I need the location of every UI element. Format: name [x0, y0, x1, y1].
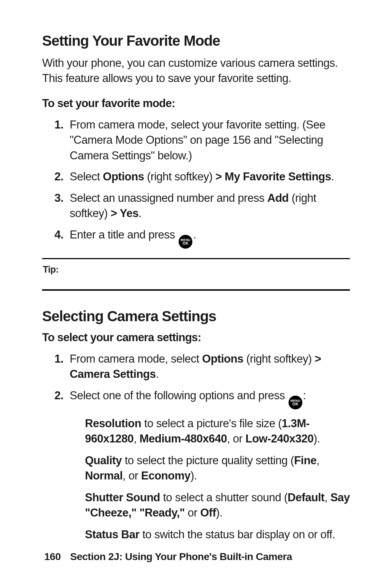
bold-quality: Quality [85, 454, 122, 467]
footer-label: Section 2J: Using Your Phone's Built-in … [70, 551, 292, 562]
steps-favorite-mode: From camera mode, select your favorite s… [42, 117, 350, 249]
text: to select the picture quality setting ( [122, 454, 294, 467]
text: Select [70, 170, 103, 183]
divider [42, 289, 350, 291]
icon-bot: OK [292, 402, 298, 406]
text: , [134, 432, 139, 445]
text: : [303, 389, 306, 402]
text: . [331, 170, 334, 183]
text: , or [123, 469, 141, 482]
text: ). [314, 432, 320, 445]
text: , [324, 491, 330, 504]
text: to select a shutter sound ( [160, 491, 287, 504]
step-2: Select Options (right softkey) > My Favo… [70, 169, 350, 184]
divider [42, 258, 350, 259]
page-number: 160 [44, 551, 68, 563]
menu-ok-icon: MENUOK [289, 396, 302, 409]
text: (right softkey) [243, 352, 315, 365]
bold-statusbar: Status Bar [85, 528, 139, 541]
option-list: Resolution to select a picture's file si… [70, 416, 350, 542]
menu-ok-icon: MENUOK [179, 235, 192, 249]
text: , [317, 454, 319, 467]
bold-value: ," " [128, 506, 145, 519]
manual-page: Setting Your Favorite Mode With your pho… [0, 0, 392, 588]
tip-label: Tip: [43, 264, 350, 275]
heading-favorite-mode: Setting Your Favorite Mode [42, 33, 350, 49]
bold-value: ," [177, 506, 185, 519]
text: . [156, 368, 159, 380]
bold-value: Normal [85, 469, 123, 482]
text: or [185, 506, 200, 519]
bold-value: Default [287, 491, 324, 504]
bold-path: > My Favorite Settings [215, 170, 331, 183]
step-1: From camera mode, select Options (right … [70, 351, 350, 382]
icon-bot: OK [183, 241, 189, 245]
option-resolution: Resolution to select a picture's file si… [85, 416, 350, 446]
bold-shutter: Shutter Sound [85, 491, 160, 504]
bold-value: Fine [294, 454, 317, 467]
step-3: Select an unassigned number and press Ad… [70, 191, 350, 221]
text: ). [216, 506, 222, 519]
step-1: From camera mode, select your favorite s… [70, 117, 350, 163]
text: , or [227, 432, 245, 445]
text: to select a picture's file size ( [141, 417, 282, 430]
bold-value: Off [200, 506, 216, 519]
text: Enter a title and press [70, 228, 178, 241]
lead-favorite-mode: To set your favorite mode: [42, 97, 350, 110]
bold-value: Ready [144, 506, 176, 519]
bold-yes: > Yes [111, 207, 139, 220]
bold-value: Low-240x320 [245, 432, 314, 445]
option-status-bar: Status Bar to switch the status bar disp… [85, 527, 350, 542]
lead-camera-settings: To select your camera settings: [42, 331, 350, 344]
option-shutter-sound: Shutter Sound to select a shutter sound … [85, 490, 350, 520]
heading-camera-settings: Selecting Camera Settings [42, 308, 350, 324]
intro-favorite-mode: With your phone, you can customize vario… [42, 56, 350, 86]
bold-add: Add [268, 192, 289, 204]
text: . [139, 207, 142, 220]
text: (right softkey) [144, 170, 216, 183]
option-quality: Quality to select the picture quality se… [85, 453, 350, 483]
text: to switch the status bar display on or o… [139, 528, 335, 541]
steps-camera-settings: From camera mode, select Options (right … [42, 351, 350, 542]
step-2: Select one of the following options and … [70, 388, 350, 542]
step-4: Enter a title and press MENUOK. [70, 227, 350, 249]
bold-resolution: Resolution [85, 417, 141, 430]
page-footer: 160 Section 2J: Using Your Phone's Built… [0, 551, 392, 563]
bold-value: Medium-480x640 [139, 432, 227, 445]
bold-options: Options [202, 352, 244, 365]
bold-value: Economy [141, 469, 191, 482]
text: From camera mode, select [70, 352, 202, 365]
text: Select an unassigned number and press [70, 192, 268, 204]
bold-options: Options [103, 170, 144, 183]
text: . [193, 228, 196, 241]
text: ). [191, 469, 197, 482]
text: Select one of the following options and … [70, 389, 288, 402]
